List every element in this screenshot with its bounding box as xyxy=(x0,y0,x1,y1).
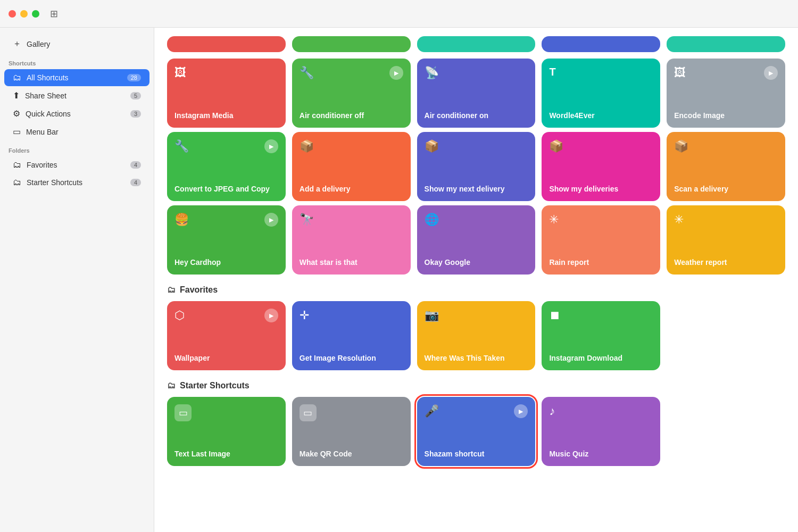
sidebar-item-favorites[interactable]: 🗂 Favorites 4 xyxy=(4,156,149,173)
shortcut-air-conditioner-on[interactable]: 📡 Air conditioner on xyxy=(417,59,536,128)
instagram-download-icon: ⏹ xyxy=(549,309,561,322)
row2-grid: 🔧 ▶ Convert to JPEG and Copy 📦 Add a del… xyxy=(167,132,785,201)
shortcut-get-image-resolution[interactable]: ✛ Get Image Resolution xyxy=(292,301,411,370)
shortcut-where-was-taken[interactable]: 📷 Where Was This Taken xyxy=(417,301,536,370)
sidebar-item-starter-shortcuts[interactable]: 🗂 Starter Shortcuts 4 xyxy=(4,174,149,191)
shortcut-instagram-download[interactable]: ⏹ Instagram Download xyxy=(542,301,660,370)
strip-card-5 xyxy=(667,36,785,52)
weather-icon: ✳ xyxy=(674,213,684,227)
close-button[interactable] xyxy=(9,10,16,18)
text-last-image-icon: ▭ xyxy=(174,404,192,421)
title-bar: ⊞ xyxy=(0,0,798,28)
resolution-icon: ✛ xyxy=(300,309,309,322)
shortcut-instagram-media[interactable]: 🖼 Instagram Media xyxy=(167,59,286,128)
where-taken-label: Where Was This Taken xyxy=(425,353,528,363)
star-icon: 🔭 xyxy=(300,213,314,227)
music-quiz-label: Music Quiz xyxy=(549,449,653,459)
shortcut-show-deliveries[interactable]: 📦 Show my deliveries xyxy=(542,132,660,201)
empty-slot-2 xyxy=(667,397,785,466)
instagram-media-icon: 🖼 xyxy=(174,66,186,80)
sidebar-item-quick-actions[interactable]: ⚙ Quick Actions 3 xyxy=(4,105,149,122)
sidebar-item-gallery[interactable]: ＋ Gallery xyxy=(4,35,149,53)
main-content: All Shortcuts + ⊞ ☰ 🔍 🖼 xyxy=(154,0,798,532)
qr-code-label: Make QR Code xyxy=(300,449,403,459)
music-quiz-icon: ♪ xyxy=(549,404,555,418)
all-shortcuts-icon: 🗂 xyxy=(13,73,21,82)
shortcut-air-conditioner-off[interactable]: 🔧 ▶ Air conditioner off xyxy=(292,59,411,128)
instagram-media-label: Instagram Media xyxy=(174,111,278,120)
instagram-download-label: Instagram Download xyxy=(549,353,653,363)
sidebar-item-share-sheet[interactable]: ⬆ Share Sheet 5 xyxy=(4,87,149,104)
strip-card-4 xyxy=(542,36,660,52)
sidebar-item-menu-bar[interactable]: ▭ Menu Bar xyxy=(4,123,149,140)
weather-label: Weather report xyxy=(674,257,778,267)
air-on-label: Air conditioner on xyxy=(425,111,528,120)
shortcut-encode-image[interactable]: 🖼 ▶ Encode Image xyxy=(667,59,785,128)
shortcut-add-delivery[interactable]: 📦 Add a delivery xyxy=(292,132,411,201)
scan-delivery-icon: 📦 xyxy=(674,139,688,153)
favorites-folder-section-icon: 🗂 xyxy=(167,285,176,295)
shortcut-rain-report[interactable]: ✳ Rain report xyxy=(542,205,660,275)
maximize-button[interactable] xyxy=(32,10,39,18)
deliveries-label: Show my deliveries xyxy=(549,184,653,194)
encode-play-btn[interactable]: ▶ xyxy=(764,66,778,80)
shortcut-okay-google[interactable]: 🌐 Okay Google xyxy=(417,205,536,275)
sidebar-item-all-shortcuts[interactable]: 🗂 All Shortcuts 28 xyxy=(4,69,149,86)
text-last-image-label: Text Last Image xyxy=(174,449,278,459)
shazam-icon: 🎤 xyxy=(425,404,439,418)
encode-label: Encode Image xyxy=(674,111,778,120)
google-icon: 🌐 xyxy=(425,213,439,227)
resolution-label: Get Image Resolution xyxy=(300,353,403,363)
sidebar: ＋ Gallery Shortcuts 🗂 All Shortcuts 28 ⬆… xyxy=(0,0,154,532)
shortcut-wordle4ever[interactable]: T Wordle4Ever xyxy=(542,59,660,128)
star-label: What star is that xyxy=(300,257,403,267)
shortcut-music-quiz[interactable]: ♪ Music Quiz xyxy=(542,397,660,466)
shortcut-wallpaper[interactable]: ⬡ ▶ Wallpaper xyxy=(167,301,286,370)
cardhop-icon: 🍔 xyxy=(174,213,189,227)
shortcut-hey-cardhop[interactable]: 🍔 ▶ Hey Cardhop xyxy=(167,205,286,275)
air-on-icon: 📡 xyxy=(425,66,439,80)
air-off-play-btn[interactable]: ▶ xyxy=(389,66,403,80)
shortcut-shazam[interactable]: 🎤 ▶ Shazam shortcut xyxy=(417,397,536,466)
encode-icon: 🖼 xyxy=(674,66,686,80)
shortcut-show-next-delivery[interactable]: 📦 Show my next delivery xyxy=(417,132,536,201)
empty-slot-1 xyxy=(667,301,785,370)
favorites-folder-icon: 🗂 xyxy=(13,160,21,170)
shortcut-make-qr-code[interactable]: ▭ Make QR Code xyxy=(292,397,411,466)
wordle-icon: T xyxy=(549,66,555,78)
add-delivery-icon: 📦 xyxy=(300,139,314,153)
deliveries-icon: 📦 xyxy=(549,139,563,153)
camera-icon: 📷 xyxy=(425,309,439,322)
shortcut-text-last-image[interactable]: ▭ Text Last Image xyxy=(167,397,286,466)
starter-shortcuts-section-header: 🗂 Starter Shortcuts xyxy=(167,381,785,390)
top-strip xyxy=(167,36,785,52)
quick-actions-icon: ⚙ xyxy=(13,109,20,119)
row3-grid: 🍔 ▶ Hey Cardhop 🔭 What star is that 🌐 Ok… xyxy=(167,205,785,275)
shazam-play-btn[interactable]: ▶ xyxy=(514,404,528,418)
strip-card-3 xyxy=(417,36,536,52)
wallpaper-label: Wallpaper xyxy=(174,353,278,363)
window-controls: ⊞ xyxy=(9,8,58,20)
next-delivery-icon: 📦 xyxy=(425,139,439,153)
wordle-label: Wordle4Ever xyxy=(549,111,653,120)
starter-shortcuts-folder-icon: 🗂 xyxy=(13,178,21,187)
shortcut-convert-jpeg[interactable]: 🔧 ▶ Convert to JPEG and Copy xyxy=(167,132,286,201)
favorites-grid: ⬡ ▶ Wallpaper ✛ Get Image Resolution 📷 W… xyxy=(167,301,785,370)
cardhop-play-btn[interactable]: ▶ xyxy=(264,213,278,227)
sidebar-toggle-icon[interactable]: ⊞ xyxy=(50,8,58,20)
rain-label: Rain report xyxy=(549,257,653,267)
wallpaper-icon: ⬡ xyxy=(174,309,185,322)
convert-play-btn[interactable]: ▶ xyxy=(264,139,278,153)
shortcut-what-star[interactable]: 🔭 What star is that xyxy=(292,205,411,275)
wallpaper-play-btn[interactable]: ▶ xyxy=(264,309,278,322)
minimize-button[interactable] xyxy=(20,10,28,18)
next-delivery-label: Show my next delivery xyxy=(425,184,528,194)
shortcut-scan-delivery[interactable]: 📦 Scan a delivery xyxy=(667,132,785,201)
shortcut-weather-report[interactable]: ✳ Weather report xyxy=(667,205,785,275)
google-label: Okay Google xyxy=(425,257,528,267)
strip-card-1 xyxy=(167,36,286,52)
row1-grid: 🖼 Instagram Media 🔧 ▶ Air conditioner of… xyxy=(167,59,785,128)
air-off-label: Air conditioner off xyxy=(300,111,403,120)
air-off-icon: 🔧 xyxy=(300,66,314,80)
qr-code-icon: ▭ xyxy=(300,404,317,421)
